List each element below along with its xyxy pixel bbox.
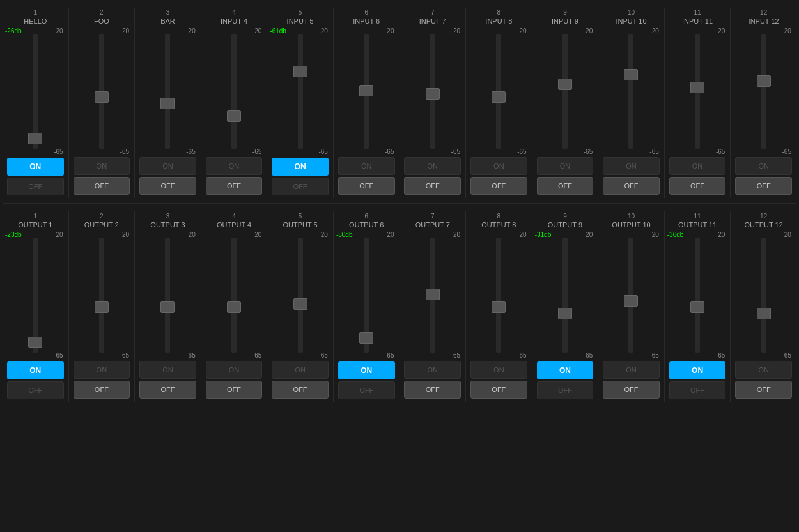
on-button[interactable]: ON bbox=[735, 157, 792, 175]
fader-handle[interactable] bbox=[492, 91, 506, 103]
channel-name: INPUT 7 bbox=[401, 17, 464, 25]
fader-max: 20 bbox=[784, 27, 791, 34]
channel-name: BAR bbox=[136, 17, 199, 25]
channel-2: 2 FOO 20 -65 ON OFF bbox=[69, 8, 136, 198]
fader-handle[interactable] bbox=[293, 66, 307, 77]
off-button[interactable]: OFF bbox=[206, 177, 263, 195]
channel-6: 6 INPUT 6 20 -65 ON OFF bbox=[334, 8, 400, 198]
on-button[interactable]: ON bbox=[404, 157, 461, 175]
off-button[interactable]: OFF bbox=[404, 177, 461, 195]
fader-handle[interactable] bbox=[426, 88, 440, 100]
outputs-section: 1 OUTPUT 1 -23db 20 -65 ON OFF 2 OUTPUT … bbox=[0, 204, 799, 407]
fader-handle[interactable] bbox=[28, 337, 42, 348]
channel-name: OUTPUT 7 bbox=[401, 221, 464, 229]
off-button[interactable]: OFF bbox=[537, 177, 594, 195]
inputs-title bbox=[0, 0, 799, 8]
fader-handle[interactable] bbox=[227, 301, 241, 313]
fader-max: 20 bbox=[520, 27, 527, 34]
on-button[interactable]: ON bbox=[404, 361, 461, 379]
off-button[interactable]: OFF bbox=[470, 381, 527, 399]
fader-handle[interactable] bbox=[492, 301, 506, 313]
off-button[interactable]: OFF bbox=[404, 381, 461, 399]
on-button[interactable]: ON bbox=[7, 361, 64, 379]
off-button[interactable]: OFF bbox=[139, 381, 196, 399]
off-button[interactable]: OFF bbox=[603, 177, 660, 195]
fader-min: -65 bbox=[782, 352, 791, 359]
channel-number: 1 bbox=[4, 9, 67, 16]
on-button[interactable]: ON bbox=[470, 361, 527, 379]
channel-9: 9 INPUT 9 20 -65 ON OFF bbox=[532, 8, 599, 198]
fader-handle[interactable] bbox=[558, 79, 572, 90]
on-button[interactable]: ON bbox=[7, 158, 64, 176]
off-button[interactable]: OFF bbox=[7, 381, 64, 399]
fader-handle[interactable] bbox=[690, 301, 704, 313]
on-button[interactable]: ON bbox=[470, 157, 527, 175]
fader-min: -65 bbox=[584, 352, 593, 359]
off-button[interactable]: OFF bbox=[74, 177, 130, 195]
off-button[interactable]: OFF bbox=[272, 381, 329, 399]
on-button[interactable]: ON bbox=[669, 157, 726, 175]
off-button[interactable]: OFF bbox=[669, 177, 726, 195]
fader-max: 20 bbox=[718, 231, 725, 238]
off-button[interactable]: OFF bbox=[669, 381, 726, 399]
fader-area: 20 -65 bbox=[203, 27, 266, 155]
off-button[interactable]: OFF bbox=[603, 381, 660, 399]
channel-1: 1 HELLO -26db 20 -65 ON OFF bbox=[3, 8, 69, 198]
fader-min: -65 bbox=[782, 148, 791, 155]
on-button[interactable]: ON bbox=[272, 361, 329, 379]
fader-handle[interactable] bbox=[359, 332, 373, 344]
off-button[interactable]: OFF bbox=[537, 381, 594, 399]
off-button[interactable]: OFF bbox=[470, 177, 527, 195]
fader-handle[interactable] bbox=[690, 82, 704, 93]
fader-handle[interactable] bbox=[160, 98, 175, 109]
off-button[interactable]: OFF bbox=[338, 381, 395, 399]
channel-name: OUTPUT 1 bbox=[4, 221, 67, 229]
fader-handle[interactable] bbox=[359, 85, 373, 96]
fader-db: -23db bbox=[5, 231, 22, 238]
fader-handle[interactable] bbox=[227, 110, 241, 122]
fader-handle[interactable] bbox=[757, 308, 771, 319]
channel-number: 2 bbox=[70, 9, 134, 16]
off-button[interactable]: OFF bbox=[338, 177, 395, 195]
inputs-section: 1 HELLO -26db 20 -65 ON OFF 2 FOO 20 bbox=[0, 0, 799, 203]
off-button[interactable]: OFF bbox=[272, 178, 329, 195]
on-button[interactable]: ON bbox=[735, 361, 792, 379]
on-button[interactable]: ON bbox=[669, 361, 726, 379]
on-button[interactable]: ON bbox=[603, 361, 660, 379]
on-button[interactable]: ON bbox=[338, 157, 395, 175]
fader-handle[interactable] bbox=[293, 298, 307, 310]
on-button[interactable]: ON bbox=[272, 158, 329, 176]
on-button[interactable]: ON bbox=[603, 157, 660, 175]
on-button[interactable]: ON bbox=[206, 157, 263, 175]
off-button[interactable]: OFF bbox=[139, 177, 196, 195]
channel-9: 9 OUTPUT 9 -31db 20 -65 ON OFF bbox=[532, 211, 599, 402]
off-button[interactable]: OFF bbox=[735, 381, 792, 399]
channel-number: 12 bbox=[732, 213, 795, 220]
fader-area: 20 -65 bbox=[467, 231, 531, 359]
fader-handle[interactable] bbox=[28, 133, 42, 144]
on-button[interactable]: ON bbox=[537, 157, 594, 175]
on-button[interactable]: ON bbox=[74, 157, 130, 175]
on-button[interactable]: ON bbox=[338, 361, 395, 379]
fader-min: -65 bbox=[120, 352, 129, 359]
fader-handle[interactable] bbox=[95, 301, 109, 313]
on-button[interactable]: ON bbox=[139, 361, 196, 379]
fader-handle[interactable] bbox=[95, 91, 109, 103]
on-button[interactable]: ON bbox=[206, 361, 263, 379]
fader-max: 20 bbox=[453, 231, 460, 238]
on-button[interactable]: ON bbox=[537, 361, 594, 379]
fader-area: 20 -65 bbox=[70, 231, 134, 359]
off-button[interactable]: OFF bbox=[206, 381, 263, 399]
off-button[interactable]: OFF bbox=[74, 381, 130, 399]
off-button[interactable]: OFF bbox=[7, 178, 64, 195]
off-button[interactable]: OFF bbox=[735, 177, 792, 195]
fader-handle[interactable] bbox=[426, 289, 440, 300]
fader-track bbox=[496, 238, 501, 353]
fader-handle[interactable] bbox=[624, 295, 638, 307]
fader-handle[interactable] bbox=[624, 69, 638, 80]
fader-handle[interactable] bbox=[558, 308, 572, 319]
on-button[interactable]: ON bbox=[139, 157, 196, 175]
on-button[interactable]: ON bbox=[74, 361, 130, 379]
fader-handle[interactable] bbox=[160, 301, 175, 313]
fader-handle[interactable] bbox=[757, 75, 771, 87]
